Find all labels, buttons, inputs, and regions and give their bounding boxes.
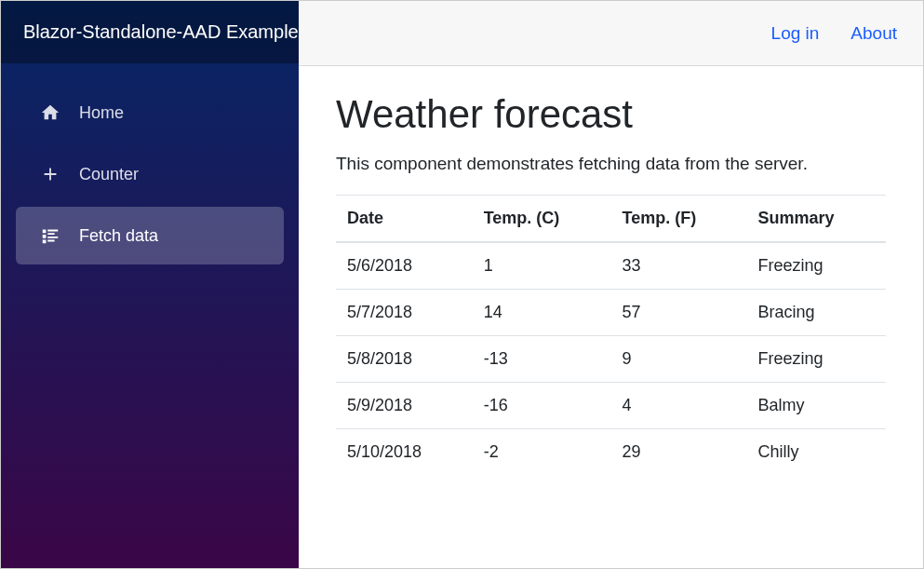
cell-tempc: 1 [473, 242, 611, 290]
col-header-tempc: Temp. (C) [473, 196, 611, 243]
cell-summary: Bracing [747, 290, 886, 336]
cell-date: 5/9/2018 [336, 383, 473, 429]
page-title: Weather forecast [336, 92, 886, 137]
cell-date: 5/6/2018 [336, 242, 473, 290]
cell-tempf: 57 [611, 290, 747, 336]
nav-menu: Home Counter Fetch data [1, 63, 299, 264]
brand-title: Blazor-Standalone-AAD Example [1, 1, 299, 63]
list-icon [38, 224, 62, 248]
login-link[interactable]: Log in [771, 23, 820, 44]
cell-tempf: 29 [611, 429, 747, 476]
sidebar-item-label: Home [79, 103, 124, 123]
cell-tempc: -13 [473, 336, 611, 383]
sidebar-item-label: Fetch data [79, 226, 158, 246]
cell-tempf: 4 [611, 383, 747, 429]
col-header-tempf: Temp. (F) [611, 196, 747, 243]
sidebar-item-counter[interactable]: Counter [16, 145, 284, 203]
cell-summary: Freezing [747, 242, 886, 290]
sidebar-item-fetch-data[interactable]: Fetch data [16, 207, 284, 264]
cell-tempf: 33 [611, 242, 747, 290]
col-header-date: Date [336, 196, 473, 243]
cell-tempf: 9 [611, 336, 747, 383]
table-row: 5/6/2018 1 33 Freezing [336, 242, 886, 290]
cell-date: 5/7/2018 [336, 290, 473, 336]
cell-summary: Freezing [747, 336, 886, 383]
cell-date: 5/8/2018 [336, 336, 473, 383]
sidebar: Blazor-Standalone-AAD Example Home Count… [1, 1, 299, 568]
cell-date: 5/10/2018 [336, 429, 473, 476]
page-description: This component demonstrates fetching dat… [336, 154, 886, 174]
table-row: 5/7/2018 14 57 Bracing [336, 290, 886, 336]
forecast-table: Date Temp. (C) Temp. (F) Summary 5/6/201… [336, 195, 886, 475]
cell-summary: Chilly [747, 429, 886, 476]
col-header-summary: Summary [747, 196, 886, 243]
plus-icon [38, 162, 62, 186]
sidebar-item-label: Counter [79, 165, 139, 184]
table-row: 5/10/2018 -2 29 Chilly [336, 429, 886, 476]
cell-tempc: -2 [473, 429, 611, 476]
about-link[interactable]: About [850, 23, 897, 44]
cell-summary: Balmy [747, 383, 886, 429]
cell-tempc: 14 [473, 290, 611, 336]
page-content: Weather forecast This component demonstr… [299, 66, 923, 568]
cell-tempc: -16 [473, 383, 611, 429]
table-row: 5/8/2018 -13 9 Freezing [336, 336, 886, 383]
table-row: 5/9/2018 -16 4 Balmy [336, 383, 886, 429]
table-header-row: Date Temp. (C) Temp. (F) Summary [336, 196, 886, 243]
sidebar-item-home[interactable]: Home [16, 84, 284, 142]
top-row: Log in About [299, 1, 923, 66]
home-icon [38, 101, 62, 125]
main-area: Log in About Weather forecast This compo… [299, 1, 923, 568]
